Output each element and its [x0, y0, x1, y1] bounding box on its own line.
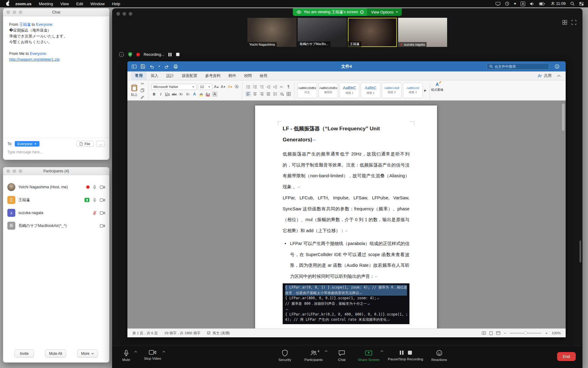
share-options-chevron[interactable]	[380, 350, 383, 352]
feedback-smiley-icon[interactable]	[555, 64, 560, 69]
underline-button[interactable]: U▼	[165, 91, 170, 97]
superscript-button[interactable]: X2	[185, 91, 190, 97]
zoom-in-button[interactable]: ＋	[545, 331, 548, 336]
numbered-list-button[interactable]	[252, 84, 258, 90]
spotlight-search-icon[interactable]	[570, 2, 575, 6]
save-icon[interactable]	[141, 64, 145, 69]
share-screen-button[interactable]: Share Screen	[358, 350, 379, 362]
bullet-list-button[interactable]	[245, 84, 251, 90]
multilevel-list-button[interactable]	[259, 84, 264, 90]
font-name-selector[interactable]: Microsoft YaHei▼	[151, 84, 197, 90]
font-color-button[interactable]: A▼	[205, 91, 211, 97]
zoom-button[interactable]	[19, 10, 22, 14]
style-heading2[interactable]: AaBbC標題 2	[361, 83, 380, 98]
stop-icon[interactable]	[407, 350, 413, 355]
tab-layout[interactable]: 版面配置	[178, 72, 201, 80]
pause-stop-recording-button[interactable]: Pause/Stop Recording	[388, 350, 423, 361]
participants-button[interactable]: 4 Participants	[304, 350, 323, 362]
document-scrollbar[interactable]	[562, 104, 564, 131]
minimize-button[interactable]	[123, 12, 126, 16]
menu-edit[interactable]: Edit	[76, 2, 83, 6]
apple-menu-icon[interactable]	[6, 2, 10, 6]
borders-button[interactable]	[286, 91, 291, 97]
styles-scroll-arrow[interactable]: ▶	[424, 89, 427, 92]
file-button[interactable]: File	[76, 141, 94, 147]
align-center-button[interactable]	[252, 91, 258, 97]
mute-all-button[interactable]: Mute All	[45, 350, 66, 358]
participant-row[interactable]: Yoichi Nagashima (Host, me)	[3, 181, 109, 194]
tab-review[interactable]: 校閱	[240, 72, 256, 80]
more-button[interactable]: More	[77, 350, 98, 358]
favorites-status-icon[interactable]: ♥	[514, 2, 516, 6]
redo-icon[interactable]	[164, 64, 169, 69]
video-tile[interactable]: Yoichi Nagashima	[247, 18, 296, 47]
document-search-field[interactable]	[487, 63, 549, 70]
zoom-level[interactable]: 100%	[552, 331, 561, 335]
security-shield-icon[interactable]	[128, 52, 133, 57]
collapse-ribbon-icon[interactable]	[557, 75, 561, 77]
zoom-slider-thumb[interactable]	[524, 332, 527, 335]
stop-video-button[interactable]: Stop Video	[144, 350, 161, 360]
shrink-font-button[interactable]: A▼	[221, 84, 226, 90]
line-spacing-button[interactable]	[272, 91, 278, 97]
zoom-slider[interactable]	[510, 333, 541, 334]
participant-row[interactable]: λ suzuka nagata	[3, 206, 109, 219]
video-tile[interactable]: 長嶋のサブMacBo...	[298, 18, 347, 47]
clock-status-icon[interactable]	[505, 2, 509, 6]
clear-formatting-button[interactable]: A✱	[227, 84, 233, 90]
shared-screen-scrollbar[interactable]	[579, 240, 581, 263]
stop-viewing-icon[interactable]	[360, 10, 364, 14]
volume-status-icon[interactable]	[530, 2, 534, 6]
grow-font-button[interactable]: A▲	[214, 84, 219, 90]
tab-references[interactable]: 參考資料	[201, 72, 224, 80]
cut-button[interactable]: ✂	[140, 81, 145, 86]
document-page[interactable]: LF - 低频振荡器（“Low Frequency” Unit Generato…	[255, 105, 437, 328]
security-button[interactable]: Security	[278, 350, 291, 362]
app-menu-zoom[interactable]: zoom.us	[15, 2, 32, 6]
undo-icon[interactable]	[149, 64, 154, 69]
strikethrough-button[interactable]: abc	[172, 91, 177, 97]
font-size-selector[interactable]: 12▼	[198, 84, 213, 90]
bold-button[interactable]: B	[151, 91, 157, 97]
chat-more-button[interactable]: …	[96, 141, 105, 147]
style-heading3[interactable]: AaBbCcDdl標題 3	[382, 83, 401, 98]
chat-button[interactable]: Chat	[338, 350, 345, 362]
decrease-indent-button[interactable]	[266, 84, 271, 90]
print-layout-icon[interactable]	[489, 331, 493, 335]
recipient-selector[interactable]: Everyone▼	[15, 141, 40, 147]
view-options-button[interactable]: View Options ▼	[368, 8, 402, 16]
tab-mailings[interactable]: 郵件	[224, 72, 240, 80]
reactions-button[interactable]: Reactions	[431, 350, 447, 362]
video-tile-active-speaker[interactable]: 王福瀛	[348, 18, 397, 47]
search-input[interactable]	[495, 65, 541, 68]
undo-dropdown-icon[interactable]: ▼	[158, 65, 160, 68]
show-formatting-marks-button[interactable]: ¶	[286, 84, 291, 90]
text-effects-button[interactable]: A	[192, 91, 197, 97]
participant-row[interactable]: 王 王福瀛	[3, 194, 109, 206]
styles-pane-button[interactable]: A 樣式窗格	[430, 82, 445, 99]
info-icon[interactable]	[119, 52, 124, 57]
format-painter-button[interactable]	[140, 94, 145, 100]
tab-home[interactable]: 常用	[131, 72, 147, 80]
highlight-color-button[interactable]: ab	[198, 91, 204, 97]
menu-help[interactable]: Help	[112, 2, 120, 6]
paste-button[interactable]: 貼上	[131, 84, 138, 97]
input-source-icon[interactable]: A	[521, 2, 525, 6]
menu-window[interactable]: Window	[90, 2, 104, 6]
minimize-button[interactable]	[13, 10, 16, 14]
fullscreen-icon[interactable]	[571, 20, 576, 25]
zoom-button[interactable]	[129, 12, 132, 16]
stop-recording-icon[interactable]	[176, 52, 180, 56]
sender-name[interactable]: 王福瀛	[19, 22, 31, 27]
video-tile[interactable]: suzuka nagata	[398, 18, 447, 47]
menubar-clock[interactable]: 木 11:09	[551, 1, 566, 6]
tab-design[interactable]: 設計	[162, 72, 178, 80]
copy-button[interactable]	[140, 88, 145, 93]
web-layout-icon[interactable]	[496, 331, 500, 335]
pause-recording-icon[interactable]	[168, 52, 172, 57]
zoom-button[interactable]	[19, 169, 22, 173]
shading-button[interactable]	[279, 91, 285, 97]
style-no-spacing[interactable]: AaBbCcDdEe無間距	[318, 83, 338, 98]
enclose-characters-button[interactable]: Ⓐ	[234, 84, 239, 90]
close-button[interactable]	[6, 10, 10, 14]
